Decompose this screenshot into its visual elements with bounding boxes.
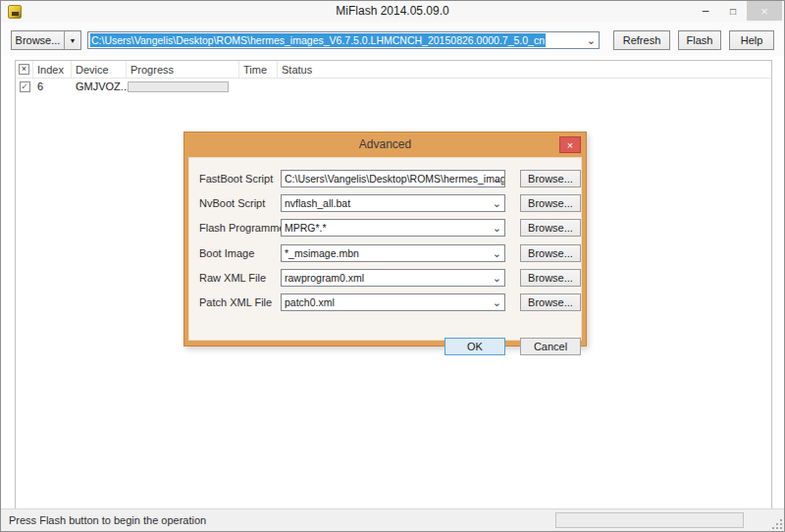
row-device: GMJVOZ... xyxy=(72,79,127,94)
fastboot-script-value: C:\Users\Vangelis\Desktop\ROMS\hermes_im… xyxy=(285,173,505,185)
patch-xml-label: Patch XML File xyxy=(199,296,272,308)
resize-grip[interactable] xyxy=(770,517,782,529)
window-title: MiFlash 2014.05.09.0 xyxy=(1,4,784,18)
field-row-fastboot-script: FastBoot Script C:\Users\Vangelis\Deskto… xyxy=(189,170,581,187)
column-header-progress[interactable]: Progress xyxy=(127,61,239,78)
row-index: 6 xyxy=(33,79,72,94)
toolbar: Browse... ▼ C:\Users\Vangelis\Desktop\RO… xyxy=(1,23,784,56)
advanced-dialog-titlebar: Advanced × xyxy=(184,133,586,157)
patch-xml-value: patch0.xml xyxy=(285,296,335,308)
miflash-window: MiFlash 2014.05.09.0 – □ × Browse... ▼ C… xyxy=(0,0,785,532)
field-row-patch-xml: Patch XML File patch0.xml ⌄ Browse... xyxy=(189,293,581,311)
field-row-raw-xml: Raw XML File rawprogram0.xml ⌄ Browse... xyxy=(189,269,581,287)
ok-button[interactable]: OK xyxy=(445,338,505,355)
boot-image-label: Boot Image xyxy=(199,247,254,259)
flash-programmer-label: Flash Programmer xyxy=(199,222,288,234)
field-row-nvboot-script: NvBoot Script nvflash_all.bat ⌄ Browse..… xyxy=(189,194,581,212)
advanced-dialog: Advanced × FastBoot Script C:\Users\Vang… xyxy=(183,132,587,346)
nvboot-script-label: NvBoot Script xyxy=(199,197,265,209)
boot-image-browse-button[interactable]: Browse... xyxy=(520,244,581,262)
raw-xml-value: rawprogram0.xml xyxy=(285,272,364,284)
browse-button-label[interactable]: Browse... xyxy=(12,31,64,49)
flash-programmer-combobox[interactable]: MPRG*.* ⌄ xyxy=(281,219,505,237)
chevron-down-icon[interactable]: ⌄ xyxy=(493,197,501,209)
chevron-down-icon[interactable]: ⌄ xyxy=(493,173,501,185)
close-icon: × xyxy=(760,4,768,19)
row-checkbox[interactable]: ✓ xyxy=(20,81,30,92)
boot-image-value: *_msimage.mbn xyxy=(285,247,359,259)
x-mark-icon: × xyxy=(22,65,26,74)
column-header-time[interactable]: Time xyxy=(239,61,278,78)
nvboot-script-browse-button[interactable]: Browse... xyxy=(520,194,581,212)
fastboot-script-combobox[interactable]: C:\Users\Vangelis\Desktop\ROMS\hermes_im… xyxy=(281,170,505,187)
advanced-dialog-title: Advanced xyxy=(184,137,586,151)
nvboot-script-value: nvflash_all.bat xyxy=(285,197,350,209)
rom-path-value: C:\Users\Vangelis\Desktop\ROMS\hermes_im… xyxy=(90,33,546,47)
row-progress-cell xyxy=(127,79,239,94)
nvboot-script-combobox[interactable]: nvflash_all.bat ⌄ xyxy=(281,194,505,212)
maximize-icon: □ xyxy=(730,6,736,17)
chevron-down-icon[interactable]: ⌄ xyxy=(493,247,501,259)
table-row[interactable]: ✓ 6 GMJVOZ... xyxy=(16,79,771,94)
column-header-device[interactable]: Device xyxy=(72,61,127,78)
list-header: × Index Device Progress Time Status xyxy=(16,61,771,79)
row-progress-bar xyxy=(128,81,229,92)
select-all-checkbox[interactable]: × xyxy=(19,64,29,75)
cancel-button[interactable]: Cancel xyxy=(520,338,581,355)
column-header-index[interactable]: Index xyxy=(33,61,72,78)
browse-dropdown-arrow[interactable]: ▼ xyxy=(64,31,80,49)
title-bar: MiFlash 2014.05.09.0 – □ × xyxy=(1,1,784,23)
close-icon: × xyxy=(567,139,573,151)
raw-xml-combobox[interactable]: rawprogram0.xml ⌄ xyxy=(281,269,505,287)
row-checkbox-cell: ✓ xyxy=(16,79,33,94)
status-progress-bar xyxy=(555,512,744,528)
maximize-button[interactable]: □ xyxy=(719,1,747,21)
minimize-button[interactable]: – xyxy=(692,1,719,21)
status-bar: Press Flash button to begin the operatio… xyxy=(1,508,784,531)
field-row-boot-image: Boot Image *_msimage.mbn ⌄ Browse... xyxy=(189,244,581,262)
advanced-dialog-close-button[interactable]: × xyxy=(559,136,581,153)
chevron-down-icon[interactable]: ⌄ xyxy=(587,34,596,46)
dropdown-arrow-icon: ▼ xyxy=(70,37,77,44)
boot-image-combobox[interactable]: *_msimage.mbn ⌄ xyxy=(281,244,505,262)
patch-xml-browse-button[interactable]: Browse... xyxy=(520,293,581,311)
rom-path-combobox[interactable]: C:\Users\Vangelis\Desktop\ROMS\hermes_im… xyxy=(87,31,600,49)
advanced-dialog-body: FastBoot Script C:\Users\Vangelis\Deskto… xyxy=(188,157,582,341)
refresh-button[interactable]: Refresh xyxy=(613,30,670,50)
flash-button[interactable]: Flash xyxy=(678,30,721,50)
column-header-status[interactable]: Status xyxy=(278,61,771,78)
fastboot-script-label: FastBoot Script xyxy=(199,173,273,185)
help-button[interactable]: Help xyxy=(729,30,774,50)
fastboot-script-browse-button[interactable]: Browse... xyxy=(520,170,581,187)
minimize-icon: – xyxy=(703,4,709,18)
select-all-header[interactable]: × xyxy=(16,61,33,78)
close-button[interactable]: × xyxy=(747,1,782,21)
chevron-down-icon[interactable]: ⌄ xyxy=(493,272,501,284)
raw-xml-label: Raw XML File xyxy=(199,272,266,284)
row-time xyxy=(239,79,278,94)
patch-xml-combobox[interactable]: patch0.xml ⌄ xyxy=(281,293,505,311)
row-status xyxy=(278,79,771,94)
caption-buttons: – □ × xyxy=(692,1,782,21)
flash-programmer-browse-button[interactable]: Browse... xyxy=(520,219,581,237)
status-message: Press Flash button to begin the operatio… xyxy=(9,514,206,526)
browse-split-button[interactable]: Browse... ▼ xyxy=(11,30,81,50)
check-mark-icon: ✓ xyxy=(21,82,28,91)
raw-xml-browse-button[interactable]: Browse... xyxy=(520,269,581,287)
chevron-down-icon[interactable]: ⌄ xyxy=(493,296,501,308)
field-row-flash-programmer: Flash Programmer MPRG*.* ⌄ Browse... xyxy=(189,219,581,237)
flash-programmer-value: MPRG*.* xyxy=(285,222,327,234)
chevron-down-icon[interactable]: ⌄ xyxy=(493,222,501,234)
